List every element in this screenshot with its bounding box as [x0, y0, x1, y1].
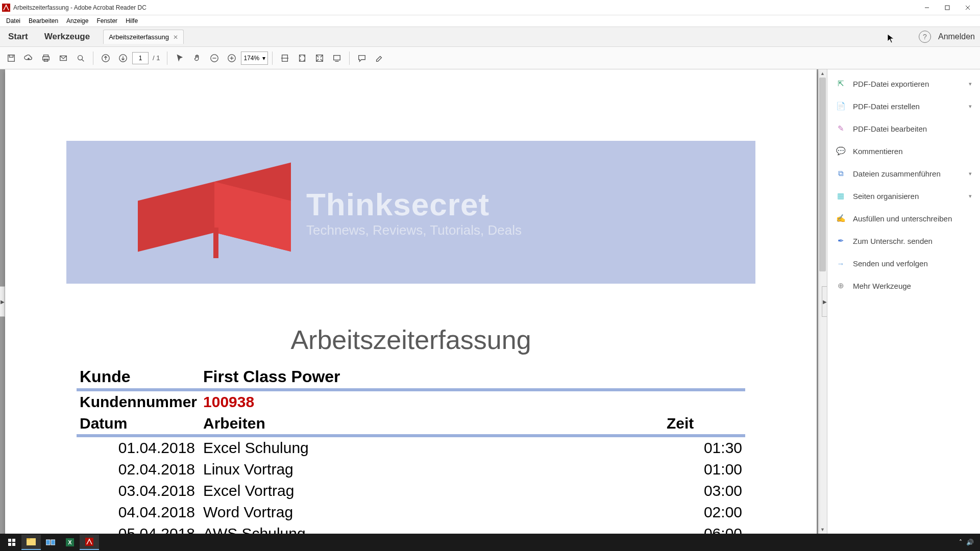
explorer-icon[interactable] [21, 535, 41, 550]
zoom-out-icon[interactable] [206, 50, 223, 66]
tab-start[interactable]: Start [0, 27, 36, 46]
right-panel-toggle[interactable]: ▶ [822, 286, 827, 317]
svg-rect-28 [12, 543, 15, 546]
tool-label: Kommentieren [853, 147, 903, 156]
tool-icon: 💬 [836, 146, 846, 156]
banner-title: Thinksecret [306, 186, 522, 222]
tab-document-label: Arbeitszeiterfassung [109, 33, 169, 41]
tools-panel-item[interactable]: ✍ Ausfüllen und unterschreiben [827, 207, 980, 230]
tools-panel-item[interactable]: ▦ Seiten organisieren ▾ [827, 185, 980, 207]
print-icon[interactable] [38, 50, 54, 66]
kunde-label: Kunde [77, 365, 200, 390]
tab-close-icon[interactable]: ✕ [173, 34, 178, 41]
excel-icon[interactable]: X [60, 535, 80, 550]
mail-icon[interactable] [55, 50, 71, 66]
menu-datei[interactable]: Datei [2, 16, 24, 26]
maximize-button[interactable] [937, 1, 958, 15]
banner: Thinksecret Technews, Reviews, Tutorials… [66, 141, 755, 284]
kunde-value: First Class Power [200, 365, 745, 390]
acrobat-taskbar-icon[interactable] [80, 535, 99, 550]
cell-datum: 04.04.2018 [77, 502, 200, 523]
tools-panel-item[interactable]: → Senden und verfolgen [827, 252, 980, 274]
tools-panel-item[interactable]: ✒ Zum Unterschr. senden [827, 230, 980, 252]
tool-label: PDF-Datei exportieren [853, 80, 929, 88]
comment-icon[interactable] [354, 50, 370, 66]
scroll-up-icon[interactable]: ▲ [818, 69, 827, 78]
svg-rect-25 [8, 539, 11, 542]
page-number-input[interactable] [132, 52, 149, 64]
system-tray[interactable]: ˄ 🔊 [959, 539, 978, 546]
pointer-icon[interactable] [172, 50, 188, 66]
fullscreen-icon[interactable] [311, 50, 328, 66]
acrobat-icon [2, 4, 10, 12]
menu-fenster[interactable]: Fenster [92, 16, 121, 26]
zoom-select[interactable]: 174%▾ [241, 52, 268, 65]
tab-werkzeuge[interactable]: Werkzeuge [36, 27, 98, 46]
cell-zeit: 06:00 [664, 523, 745, 534]
table-row: 05.04.2018 AWS Schulung 06:00 [77, 523, 745, 534]
document-viewport: ▶ ▲ ▼ ▶ Thinksecret Technews, Reviews, T… [0, 69, 827, 534]
tabs-row: Start Werkzeuge Arbeitszeiterfassung ✕ ?… [0, 27, 980, 47]
zoom-in-icon[interactable] [224, 50, 240, 66]
tools-panel-item[interactable]: ⊕ Mehr Werkzeuge [827, 274, 980, 297]
page-down-icon[interactable] [115, 50, 131, 66]
kundennummer-label: Kundennummer [77, 390, 200, 413]
start-menu-icon[interactable] [2, 535, 21, 550]
signin-link[interactable]: Anmelden [938, 32, 975, 41]
scrollbar-thumb[interactable] [819, 78, 826, 271]
taskbar: X ˄ 🔊 [0, 534, 980, 551]
tool-icon: ▦ [836, 191, 846, 201]
save-icon[interactable] [3, 50, 19, 66]
tool-label: Mehr Werkzeuge [853, 282, 911, 290]
tab-document[interactable]: Arbeitszeiterfassung ✕ [103, 30, 184, 44]
graduation-cap-icon [138, 161, 291, 263]
read-mode-icon[interactable] [329, 50, 345, 66]
fit-width-icon[interactable] [277, 50, 293, 66]
tools-panel-item[interactable]: ⇱ PDF-Datei exportieren ▾ [827, 72, 980, 95]
cell-arbeiten: Excel Schulung [200, 436, 664, 459]
menu-hilfe[interactable]: Hilfe [121, 16, 142, 26]
hand-icon[interactable] [189, 50, 205, 66]
chevron-down-icon: ▾ [262, 55, 265, 62]
toolbar: / 1 174%▾ [0, 47, 980, 69]
tool-icon: ✍ [836, 213, 846, 223]
fit-page-icon[interactable] [294, 50, 310, 66]
timesheet-table: Kunde First Class Power Kundennummer 100… [77, 365, 745, 534]
tools-panel-item[interactable]: 📄 PDF-Datei erstellen ▾ [827, 95, 980, 117]
page-total: / 1 [153, 54, 160, 62]
tools-panel-item[interactable]: ✎ PDF-Datei bearbeiten [827, 117, 980, 140]
tray-chevron-icon[interactable]: ˄ [959, 539, 962, 546]
taskview-icon[interactable] [41, 535, 60, 550]
left-panel-toggle[interactable]: ▶ [0, 286, 5, 317]
search-icon[interactable] [72, 50, 89, 66]
col-arbeiten: Arbeiten [200, 413, 664, 436]
window-title: Arbeitszeiterfassung - Adobe Acrobat Rea… [13, 4, 917, 11]
cell-datum: 05.04.2018 [77, 523, 200, 534]
tool-icon: ⇱ [836, 79, 846, 89]
tools-panel-item[interactable]: 💬 Kommentieren [827, 140, 980, 162]
page-up-icon[interactable] [97, 50, 114, 66]
close-button[interactable] [958, 1, 978, 15]
svg-rect-5 [8, 55, 15, 61]
tool-icon: → [836, 258, 846, 268]
volume-icon[interactable]: 🔊 [966, 539, 974, 546]
help-icon[interactable]: ? [919, 31, 931, 43]
kundennummer-value: 100938 [200, 390, 745, 413]
chevron-down-icon: ▾ [969, 81, 972, 87]
menu-bearbeiten[interactable]: Bearbeiten [24, 16, 62, 26]
highlight-icon[interactable] [371, 50, 387, 66]
minimize-button[interactable] [917, 1, 937, 15]
cell-arbeiten: Excel Vortrag [200, 480, 664, 502]
scroll-down-icon[interactable]: ▼ [818, 525, 827, 534]
tools-panel-item[interactable]: ⧉ Dateien zusammenführen ▾ [827, 162, 980, 185]
cell-zeit: 03:00 [664, 480, 745, 502]
cell-zeit: 01:30 [664, 436, 745, 459]
cloud-up-icon[interactable] [20, 50, 37, 66]
tool-icon: ✎ [836, 123, 846, 134]
tool-label: Seiten organisieren [853, 192, 919, 201]
table-row: 02.04.2018 Linux Vortrag 01:00 [77, 459, 745, 480]
svg-rect-26 [12, 539, 15, 542]
svg-rect-30 [27, 538, 30, 540]
cell-datum: 01.04.2018 [77, 436, 200, 459]
menu-anzeige[interactable]: Anzeige [62, 16, 92, 26]
